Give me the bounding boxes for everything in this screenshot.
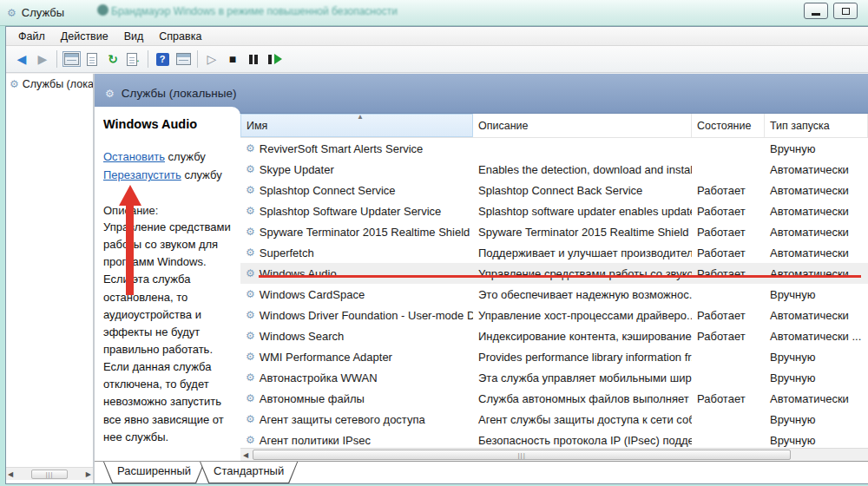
scroll-left-icon[interactable]: ◀ [8,470,13,478]
forward-icon: ▶ [38,53,48,65]
restart-service-icon [274,54,282,64]
menu-item-0[interactable]: Файл [11,29,52,44]
view-tab-1[interactable]: Стандартный [200,462,298,483]
service-name: Windows Driver Foundation - User-mode D.… [260,309,473,322]
column-header-0[interactable]: Имя▲ [240,114,473,137]
table-row[interactable]: ⚙Windows CardSpaceЭто обеспечивает надеж… [240,284,868,305]
service-name-cell: ⚙Splashtop Software Updater Service [240,205,473,218]
service-description-cell: Управление средствами работы со звуко... [473,267,692,280]
table-row[interactable]: ⚙Windows SearchИндексирование контента, … [240,325,868,346]
table-header-row: Имя▲ОписаниеСостояниеТип запуска [240,114,868,138]
scroll-left-icon[interactable]: ◀ [240,451,251,459]
table-row[interactable]: ⚙Windows Driver Foundation - User-mode D… [240,305,868,325]
tree-scrollbar-thumb[interactable]: ||| [31,470,68,479]
restart-service-suffix: службу [181,168,222,181]
services-table: Имя▲ОписаниеСостояниеТип запуска ⚙Revive… [240,114,868,448]
annotation-arrow-head [119,185,141,206]
refresh-icon[interactable]: ↻ [103,49,122,69]
service-status-cell: Работает [692,309,765,322]
service-description-text: Управление средствами работы со звуком д… [103,219,232,446]
service-description-cell: Агент службы защиты доступа к сети соб..… [473,413,692,426]
window-title: Службы [22,6,64,19]
help-icon[interactable]: ? [153,49,172,69]
start-service-icon[interactable]: ▷ [202,49,221,69]
table-row[interactable]: ⚙WMI Performance AdapterProvides perform… [240,346,868,367]
table-row[interactable]: ⚙Автономные файлыСлужба автономных файло… [240,388,868,409]
pause-service-icon [249,55,253,64]
service-name: Агент защиты сетевого доступа [260,413,425,426]
scroll-right-icon[interactable]: ▶ [86,470,91,478]
table-row[interactable]: ⚙Splashtop Connect ServiceSplashtop Conn… [240,180,868,200]
refresh-icon: ↻ [108,53,118,65]
toolbar: ◀▶↻→?▷■ [6,46,868,73]
table-scrollbar-thumb[interactable]: ||| [253,450,791,460]
service-name-cell: ⚙Splashtop Connect Service [240,184,473,197]
back-icon[interactable]: ◀ [12,49,31,69]
service-gear-icon: ⚙ [246,372,255,383]
table-row[interactable]: ⚙Агент защиты сетевого доступаАгент служ… [240,409,868,430]
table-row[interactable]: ⚙Splashtop Software Updater ServiceSplas… [240,200,868,221]
service-startup-cell: Вручную [765,288,868,301]
show-hide-console-icon[interactable] [174,49,193,69]
minimize-button[interactable] [804,3,828,19]
annotation-arrow-shaft [126,204,134,295]
selected-service-title: Windows Audio [103,117,232,131]
service-name: ReviverSoft Smart Alerts Service [260,142,424,155]
service-status-cell: Работает [692,184,765,197]
table-row[interactable]: ⚙Автонастройка WWANЭта служба управляет … [240,367,868,388]
table-row[interactable]: ⚙Windows AudioУправление средствами рабо… [240,263,868,284]
menu-item-3[interactable]: Справка [152,29,208,44]
service-startup-cell: Вручную [765,434,868,447]
service-description-cell: Индексирование контента, кэширование... [473,330,692,343]
service-name: Superfetch [260,246,314,259]
service-gear-icon: ⚙ [246,268,255,279]
show-console-tree-icon[interactable] [62,49,81,69]
pause-service-icon[interactable] [244,49,263,69]
column-header-1[interactable]: Описание [473,114,692,137]
service-description-cell: Служба автономных файлов выполняет ... [473,392,692,405]
description-label: Описание: [103,204,232,217]
properties-icon[interactable] [82,49,102,69]
menu-item-1[interactable]: Действие [54,29,115,44]
services-node-icon: ⚙ [10,79,19,89]
view-tab-active-0[interactable]: Расширенный [103,462,205,483]
tab-label: Расширенный [117,464,191,477]
annotation-underline-windows-audio [259,275,861,278]
pause-service-icon [254,55,258,64]
service-name: Splashtop Software Updater Service [260,205,442,218]
service-name: Windows Search [260,330,345,343]
help-icon: ? [156,53,169,66]
tree-item-services-local[interactable]: ⚙ Службы (лока [6,74,93,95]
stop-service-suffix: службу [165,150,206,163]
forward-icon[interactable]: ▶ [33,49,52,69]
service-name-cell: ⚙Автонастройка WWAN [240,371,473,384]
table-row[interactable]: ⚙ReviverSoft Smart Alerts ServiceВручную [240,138,868,159]
export-list-icon[interactable]: → [124,49,143,69]
service-gear-icon: ⚙ [246,435,255,445]
service-startup-cell: Вручную [765,371,868,384]
restart-service-link[interactable]: Перезапустить [103,168,181,181]
service-startup-cell: Вручную [765,413,868,426]
stop-service-link[interactable]: Остановить [103,150,165,163]
menu-item-2[interactable]: Вид [117,29,151,44]
column-header-3[interactable]: Тип запуска [765,114,868,137]
service-description-cell: Безопасность протокола IP (IPsec) подде.… [473,434,692,447]
service-name-cell: ⚙Windows Audio [240,267,473,280]
table-row[interactable]: ⚙SuperfetchПоддерживает и улучшает произ… [240,242,868,263]
tree-horizontal-scrollbar[interactable]: ◀ ||| ▶ [6,467,93,480]
restart-service-icon[interactable] [265,49,284,69]
table-row[interactable]: ⚙Skype UpdaterEnables the detection, dow… [240,159,868,180]
services-app-icon: ⚙ [7,8,16,18]
show-console-tree-icon [64,53,79,65]
service-gear-icon: ⚙ [246,185,255,195]
maximize-button[interactable] [833,3,858,19]
table-row[interactable]: ⚙Spyware Terminator 2015 Realtime Shield… [240,221,868,242]
service-status-cell: Работает [692,392,765,405]
stop-service-icon: ■ [229,53,236,65]
stop-service-icon[interactable]: ■ [223,49,242,69]
service-name-cell: ⚙Агент политики IPsec [240,434,473,447]
column-header-2[interactable]: Состояние [692,114,765,137]
service-detail-panel: Windows Audio Остановить службу Перезапу… [95,107,240,448]
service-name: Skype Updater [260,163,334,176]
table-horizontal-scrollbar[interactable]: ◀ ||| [240,448,868,461]
